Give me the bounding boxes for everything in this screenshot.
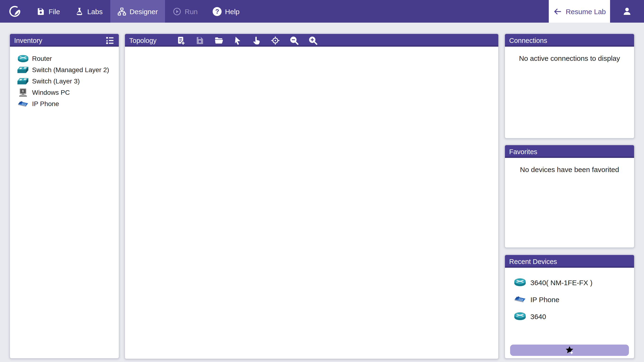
connections-panel: Connections No active connections to dis…: [504, 34, 634, 138]
tool-button-pan[interactable]: [252, 36, 261, 45]
nav-item-label: Labs: [87, 7, 102, 15]
zoom-in-icon: [308, 36, 318, 45]
play-icon: [172, 7, 181, 16]
recent-device-item-ip-phone[interactable]: IP Phone: [514, 291, 632, 308]
nav-item-run[interactable]: Run: [165, 0, 205, 22]
folder-icon: [214, 36, 224, 45]
topology-panel: Topology: [124, 34, 499, 359]
pc-icon: [18, 88, 29, 97]
favorites-empty-message: No devices have been favorited: [505, 166, 634, 174]
inventory-item-router[interactable]: Router: [18, 53, 117, 64]
inventory-item-windows-pc[interactable]: Windows PC: [18, 87, 117, 98]
left-arrow-icon: [553, 7, 562, 16]
navbar-right: Resume Lab: [549, 0, 644, 22]
router-icon: [18, 54, 29, 63]
favorites-title: Favorites: [509, 148, 537, 155]
user-menu-button[interactable]: [610, 0, 644, 22]
floppy-icon: [195, 36, 204, 45]
connections-title: Connections: [509, 36, 547, 44]
inventory-title: Inventory: [14, 36, 42, 44]
recent-devices-list: 3640( NM-1FE-FX ) IP Phone 3640: [505, 268, 634, 325]
org-chart-icon: [117, 7, 126, 16]
switch-icon: [18, 65, 29, 74]
recent-device-label: IP Phone: [530, 295, 559, 303]
nav-item-label: File: [48, 7, 60, 15]
question-icon: ?: [213, 7, 222, 16]
favorites-panel: Favorites No devices have been favorited: [504, 145, 634, 248]
recent-devices-title: Recent Devices: [509, 258, 557, 265]
inventory-item-label: Switch (Layer 3): [32, 77, 80, 85]
phone-icon: [18, 99, 29, 108]
network-lab-designer-app: File Labs Designer Run: [0, 0, 644, 362]
inventory-panel: Inventory Router Switch (Managed Layer 2…: [10, 34, 119, 359]
inventory-list-view-button[interactable]: [105, 36, 114, 45]
document-plus-icon: [176, 36, 186, 45]
star-plus-icon: [565, 346, 574, 355]
crosshair-icon: [270, 36, 280, 45]
tool-button-new-topology[interactable]: [176, 36, 186, 45]
floppy-icon: [36, 7, 45, 16]
inventory-item-switch-managed-l2[interactable]: Switch (Managed Layer 2): [18, 64, 117, 76]
tool-button-center-view[interactable]: [270, 36, 280, 45]
topology-title: Topology: [129, 36, 156, 44]
person-icon: [622, 6, 632, 16]
nav-menu: File Labs Designer Run: [29, 0, 247, 22]
phone-icon: [514, 294, 526, 304]
tool-button-open[interactable]: [214, 36, 224, 45]
inventory-list: Router Switch (Managed Layer 2) Switch (…: [10, 47, 119, 109]
router-icon: [514, 312, 526, 321]
inventory-item-label: Router: [32, 55, 52, 62]
favorites-header: Favorites: [505, 145, 634, 158]
tool-button-select[interactable]: [233, 36, 242, 45]
inventory-header: Inventory: [10, 34, 119, 47]
topology-canvas[interactable]: [125, 47, 498, 359]
tool-button-zoom-in[interactable]: [308, 36, 318, 45]
recent-device-label: 3640( NM-1FE-FX ): [530, 278, 592, 286]
nav-item-file[interactable]: File: [29, 0, 68, 22]
switch-icon: [18, 76, 29, 86]
inventory-item-ip-phone[interactable]: IP Phone: [18, 98, 117, 109]
nav-item-label: Designer: [130, 7, 158, 15]
inventory-item-label: IP Phone: [32, 100, 59, 108]
nav-item-label: Run: [184, 7, 198, 15]
connections-empty-message: No active connections to display: [505, 54, 634, 62]
recent-device-item-3640[interactable]: 3640: [514, 308, 632, 325]
tool-button-zoom-out[interactable]: [290, 36, 299, 45]
connections-header: Connections: [505, 34, 634, 47]
flask-icon: [75, 7, 84, 16]
resume-lab-label: Resume Lab: [566, 7, 606, 15]
nav-item-designer[interactable]: Designer: [110, 0, 165, 22]
list-icon: [105, 36, 114, 45]
router-icon: [514, 278, 526, 287]
inventory-item-label: Switch (Managed Layer 2): [32, 66, 109, 74]
inventory-item-label: Windows PC: [32, 88, 70, 96]
inventory-item-switch-l3[interactable]: Switch (Layer 3): [18, 76, 117, 87]
recent-devices-panel: Recent Devices 3640( NM-1FE-FX ) IP Phon…: [504, 254, 634, 359]
recent-device-item-3640-nm-1fe-fx[interactable]: 3640( NM-1FE-FX ): [514, 274, 632, 291]
zoom-out-icon: [290, 36, 299, 45]
top-navbar: File Labs Designer Run: [0, 0, 644, 22]
tool-button-save[interactable]: [195, 36, 204, 45]
app-logo[interactable]: [0, 0, 29, 22]
topology-toolbar: [172, 36, 322, 45]
nav-item-labs[interactable]: Labs: [68, 0, 110, 22]
recent-device-label: 3640: [530, 312, 546, 320]
hand-icon: [252, 36, 261, 45]
nav-item-help[interactable]: ? Help: [205, 0, 247, 22]
nav-item-label: Help: [225, 7, 240, 15]
crescent-logo-icon: [8, 5, 21, 18]
resume-lab-button[interactable]: Resume Lab: [549, 0, 610, 22]
add-favorite-button[interactable]: [510, 344, 629, 356]
recent-devices-header: Recent Devices: [505, 255, 634, 268]
cursor-icon: [233, 36, 242, 45]
topology-header: Topology: [125, 34, 498, 47]
